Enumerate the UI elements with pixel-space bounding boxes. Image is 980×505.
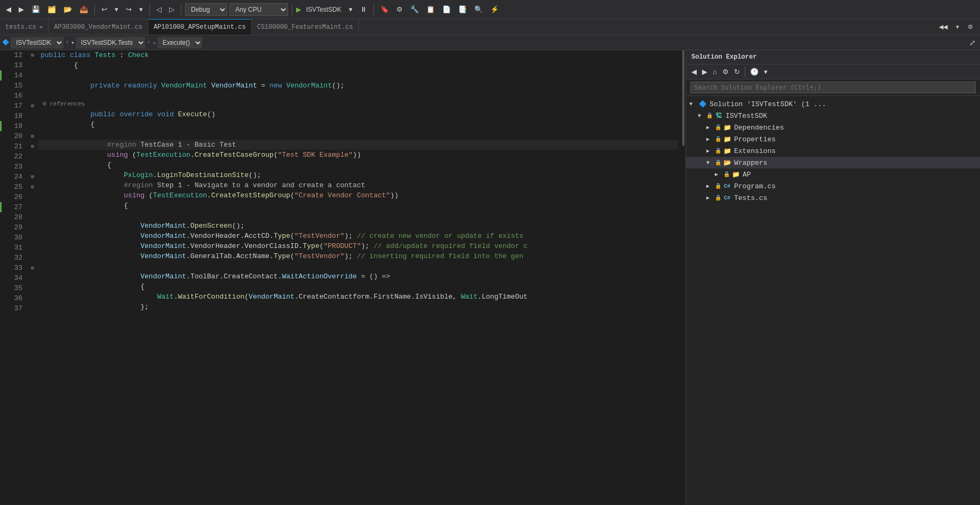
undo-btn[interactable]: ↩ bbox=[99, 4, 110, 15]
se-search-input[interactable] bbox=[690, 82, 976, 93]
scope-project-icon: 🔷 bbox=[2, 39, 10, 46]
se-chevron-tests: ▶ bbox=[706, 195, 715, 201]
code-line-35: Wait.WaitForCondition(VendorMaint.Create… bbox=[38, 292, 678, 302]
se-clock-btn[interactable]: 🕐 bbox=[748, 67, 761, 77]
se-item-tests-cs[interactable]: ▶ 🔒 C# Tests.cs bbox=[686, 192, 980, 204]
ind-30 bbox=[27, 233, 38, 243]
code-editor[interactable]: 12 13 14 15 16 17 18 19 20 21 22 23 24 2… bbox=[0, 50, 686, 505]
scope-expand-btn[interactable]: ⤢ bbox=[967, 37, 978, 48]
bookmark-btn[interactable]: 🔖 bbox=[378, 4, 392, 15]
code-line-31: VendorMaint.GeneralTab.AcctName.Type("Te… bbox=[38, 251, 678, 261]
se-label-wrappers: Wrappers bbox=[734, 159, 767, 167]
nav-back-btn[interactable]: ◁ bbox=[154, 4, 164, 15]
run-dropdown-btn[interactable]: ▾ bbox=[346, 4, 355, 15]
se-refresh-btn[interactable]: ↻ bbox=[732, 67, 742, 77]
back-btn[interactable]: ◀ bbox=[3, 4, 14, 15]
ind-22 bbox=[27, 151, 38, 162]
se-chevron-wrappers: ▼ bbox=[706, 160, 715, 166]
vertical-scrollbar[interactable] bbox=[678, 50, 686, 505]
run-label-btn[interactable]: ISVTestSDK bbox=[304, 4, 344, 15]
tabs-scroll-left[interactable]: ◀◀ bbox=[936, 22, 950, 32]
config-dropdown[interactable]: Debug Release bbox=[185, 3, 227, 16]
tab-ap303000[interactable]: AP303000_VendorMaint.cs bbox=[49, 19, 148, 35]
se-settings-btn[interactable]: ⚙ bbox=[720, 67, 731, 77]
ind-29 bbox=[27, 222, 38, 233]
se-tree: ▼ 🔷 Solution 'ISVTestSDK' (1 ... ▼ 🔒 🏗 I… bbox=[686, 96, 980, 505]
pause-btn[interactable]: ⏸ bbox=[357, 4, 370, 15]
se-item-wrappers[interactable]: ▼ 🔒 📂 Wrappers bbox=[686, 157, 980, 169]
collapse-12[interactable]: ⊟ bbox=[27, 50, 38, 60]
save-btn[interactable]: 💾 bbox=[29, 4, 43, 15]
collapse-25[interactable]: ⊟ bbox=[27, 182, 38, 192]
publish-btn[interactable]: 📤 bbox=[77, 4, 91, 15]
tab-tests[interactable]: tests.cs ✕ bbox=[0, 19, 49, 35]
se-item-ap[interactable]: ▶ 🔒 📁 AP bbox=[686, 169, 980, 180]
scope-project-select[interactable]: ISVTestSDK bbox=[11, 37, 63, 49]
ind-13 bbox=[27, 60, 38, 70]
se-item-dependencies[interactable]: ▶ 🔒 📁 Dependencies bbox=[686, 122, 980, 133]
code-line-12: public class Tests : Check bbox=[38, 50, 678, 60]
se-icon-wrappers: 📂 bbox=[722, 158, 732, 167]
se-lock-project: 🔒 bbox=[706, 113, 713, 119]
tools-btn-5[interactable]: 📑 bbox=[456, 4, 469, 15]
code-line-16 bbox=[38, 91, 678, 101]
se-label-ap: AP bbox=[743, 171, 751, 179]
collapse-21[interactable]: ⊟ bbox=[27, 141, 38, 151]
se-item-extensions[interactable]: ▶ 🔒 📁 Extensions bbox=[686, 145, 980, 157]
collapse-33[interactable]: ⊟ bbox=[27, 263, 38, 273]
se-icon-ext: 📁 bbox=[722, 146, 732, 156]
se-item-solution[interactable]: ▼ 🔷 Solution 'ISVTestSDK' (1 ... bbox=[686, 98, 980, 110]
se-item-properties[interactable]: ▶ 🔒 📁 Properties bbox=[686, 133, 980, 145]
collapse-24[interactable]: ⊟ bbox=[27, 172, 38, 182]
ind-36 bbox=[27, 293, 38, 303]
run-icon: ▶ bbox=[296, 4, 301, 15]
open-btn[interactable]: 📂 bbox=[61, 4, 75, 15]
tools-btn-2[interactable]: 🔧 bbox=[408, 4, 421, 15]
se-item-project[interactable]: ▼ 🔒 🏗 ISVTestSDK bbox=[686, 110, 980, 122]
code-line-13: { bbox=[38, 60, 678, 70]
code-line-14 bbox=[38, 70, 678, 81]
se-sep bbox=[745, 67, 745, 77]
se-dropdown-btn[interactable]: ▾ bbox=[762, 67, 770, 77]
tab-cs100000[interactable]: CS100000_FeaturesMaint.cs bbox=[252, 19, 359, 35]
se-item-program[interactable]: ▶ 🔒 C# Program.cs bbox=[686, 180, 980, 192]
tabs-settings[interactable]: ⚙ bbox=[965, 22, 976, 32]
tools-btn-7[interactable]: ⚡ bbox=[488, 4, 501, 15]
code-content[interactable]: public class Tests : Check { private rea… bbox=[38, 50, 678, 505]
se-icon-program: C# bbox=[722, 181, 732, 191]
se-label-solution: Solution 'ISVTestSDK' (1 ... bbox=[710, 100, 826, 108]
ind-23 bbox=[27, 162, 38, 172]
tools-btn-6[interactable]: 🔍 bbox=[472, 4, 485, 15]
save-all-btn[interactable]: 🗂️ bbox=[45, 4, 59, 15]
collapse-indicators: ⊟ ⊟ ⊟ ⊟ ⊟ ⊟ ⊟ bbox=[27, 50, 38, 505]
se-chevron-props: ▶ bbox=[706, 136, 715, 142]
nav-forward-btn[interactable]: ▷ bbox=[166, 4, 177, 15]
scope-method-select[interactable]: Execute() bbox=[157, 37, 202, 49]
separator-3 bbox=[181, 4, 181, 15]
scope-class-select[interactable]: ISVTestSDK.Tests bbox=[76, 37, 145, 49]
tab-ap101000-label: AP101000_APSetupMaint.cs bbox=[154, 23, 246, 31]
code-line-18: { bbox=[38, 119, 678, 130]
tools-btn-4[interactable]: 📄 bbox=[440, 4, 453, 15]
redo-btn[interactable]: ↪ bbox=[123, 4, 134, 15]
se-header: Solution Explorer bbox=[686, 50, 980, 65]
collapse-17[interactable]: ⊟ bbox=[27, 101, 38, 111]
tab-tests-close[interactable]: ✕ bbox=[39, 23, 43, 30]
forward-btn[interactable]: ▶ bbox=[16, 4, 27, 15]
collapse-20[interactable]: ⊟ bbox=[27, 131, 38, 141]
tools-btn-3[interactable]: 📋 bbox=[424, 4, 437, 15]
redo-dropdown[interactable]: ▾ bbox=[137, 4, 146, 15]
scroll-thumb[interactable] bbox=[682, 50, 684, 146]
tools-btn-1[interactable]: ⚙ bbox=[394, 4, 405, 15]
se-forward-btn[interactable]: ▶ bbox=[700, 67, 710, 77]
code-line-22: { bbox=[38, 160, 678, 170]
se-back-btn[interactable]: ◀ bbox=[689, 67, 699, 77]
platform-dropdown[interactable]: Any CPU bbox=[229, 3, 288, 16]
undo-dropdown[interactable]: ▾ bbox=[112, 4, 121, 15]
tabs-dropdown[interactable]: ▾ bbox=[953, 22, 962, 32]
tab-ap101000[interactable]: AP101000_APSetupMaint.cs bbox=[148, 19, 252, 35]
scope-bar: 🔷 ISVTestSDK › ✦ ISVTestSDK.Tests › ⬦ Ex… bbox=[0, 35, 980, 50]
code-line-33: VendorMaint.ToolBar.CreateContact.WaitAc… bbox=[38, 271, 678, 282]
se-chevron-ext: ▶ bbox=[706, 148, 715, 154]
se-home-btn[interactable]: ⌂ bbox=[711, 67, 719, 77]
